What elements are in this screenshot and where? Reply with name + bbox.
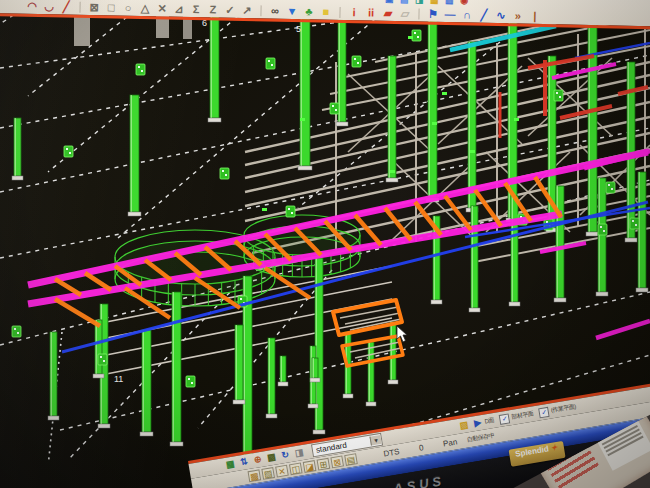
column-base-plate [388, 380, 398, 384]
work-plane-checkbox[interactable]: ✓ [538, 406, 550, 418]
beam-line [85, 273, 111, 290]
red-pencil-icon[interactable]: ╱ [57, 0, 74, 13]
column-base-plate [336, 122, 348, 126]
green-connection-stub [220, 168, 229, 179]
column-base-plate [298, 166, 312, 170]
beam-line [596, 321, 650, 338]
snap-setting-icon-8[interactable]: ▤ [344, 453, 358, 466]
column-base-plate [48, 416, 59, 420]
clover-icon[interactable]: ♣ [300, 5, 317, 18]
snap-triangle-icon[interactable]: △ [136, 2, 153, 15]
binoculars-icon[interactable]: ∞ [266, 4, 283, 17]
column-base-plate [266, 414, 277, 418]
snap-arrow-icon[interactable]: ↗ [238, 4, 255, 17]
grid-tool-icon[interactable]: ▦ [427, 0, 442, 7]
snap-setting-icon-7[interactable]: ⊠ [330, 455, 344, 468]
list-tool-icon[interactable]: ▥ [442, 0, 457, 7]
beam-line [528, 56, 594, 68]
toolbar-separator [79, 2, 80, 13]
stub-dot [103, 360, 105, 362]
column-base-plate [509, 302, 520, 306]
snap-setting-icon-3[interactable]: ✕ [275, 465, 289, 478]
status-autosave: 自動保存中 [466, 431, 495, 444]
red-cup-icon[interactable]: ◡ [40, 0, 57, 13]
snap-box-icon[interactable]: ⊠ [85, 1, 102, 14]
stub-dot [556, 92, 558, 94]
snap-midpoint-icon[interactable]: Z [204, 3, 221, 16]
viewport-3d-model-canvas[interactable]: 376511 [0, 0, 650, 460]
column-base-plate [586, 232, 599, 236]
weld-icon[interactable]: ▰ [379, 7, 396, 20]
model-annotation-mark [390, 170, 395, 173]
column-base-plate [636, 288, 648, 292]
column-base-plate [313, 430, 325, 434]
snap-setting-icon-1[interactable]: ▩ [248, 469, 262, 482]
green-connection-stub [412, 30, 421, 41]
record-tool-icon[interactable]: ◉ [457, 0, 472, 8]
chevron-down-icon[interactable]: ▾ [369, 435, 381, 446]
half-view-icon[interactable]: ◨ [291, 445, 307, 460]
ghost-square-icon[interactable]: ▱ [396, 7, 413, 20]
column-base-plate [128, 212, 141, 216]
diagonal-beam-icon[interactable]: ╱ [475, 9, 492, 22]
red-arc-icon[interactable]: ◠ [23, 0, 40, 13]
green-connection-stub [606, 182, 615, 193]
column-tool-icon[interactable]: | [526, 10, 543, 23]
part-plane-checkbox[interactable]: ✓ [499, 413, 511, 425]
green-connection-stub [286, 206, 295, 217]
asus-logo: ASUS [392, 473, 446, 488]
view-tool-icon[interactable]: ◨ [412, 0, 427, 7]
polybeam-icon[interactable]: ⚑ [424, 8, 441, 21]
window-tool-icon-1[interactable]: ▣ [382, 0, 397, 6]
column-base-plate [596, 292, 608, 296]
snap-circle-icon[interactable]: ○ [119, 2, 136, 15]
yellow-square-icon[interactable]: ■ [317, 5, 334, 18]
grid-label: 5 [296, 24, 301, 34]
snap-square-icon[interactable]: □ [102, 1, 119, 14]
column-base-plate [308, 404, 318, 408]
curved-beam-icon[interactable]: ∩ [458, 8, 475, 21]
plane-label: D面 [484, 416, 495, 426]
column-base-plate [278, 382, 288, 386]
stub-dot [100, 356, 102, 358]
stub-dot [291, 212, 293, 214]
snap-setting-icon-6[interactable]: ⊞ [317, 458, 331, 471]
snap-setting-icon-2[interactable]: ▨ [261, 467, 275, 480]
window-tool-icon-2[interactable]: ▤ [397, 0, 412, 6]
status-pan: Pan [442, 437, 458, 448]
orthogonal-beam-icon[interactable]: » [509, 9, 526, 22]
bolt-pin-icon-2[interactable]: ii [362, 6, 379, 19]
snap-setting-icon-4[interactable]: ◫ [289, 462, 303, 475]
snap-sigma-icon[interactable]: Σ [187, 3, 204, 16]
snap-cross-icon[interactable]: ✕ [153, 2, 170, 15]
stub-dot [600, 226, 602, 228]
work-plane-checkbox-label: (作業平面) [550, 402, 576, 415]
stub-dot [191, 382, 193, 384]
stub-dot [417, 36, 419, 38]
filter-funnel-icon[interactable]: ▼ [283, 5, 300, 18]
snap-setting-icon-5[interactable]: ◪ [303, 460, 317, 473]
snap-perpendicular-icon[interactable]: ⊿ [170, 3, 187, 16]
green-connection-stub [598, 224, 607, 235]
column-base-plate [431, 300, 442, 304]
column-base-plate [625, 238, 637, 242]
beam-line [55, 279, 81, 295]
stub-dot [69, 152, 71, 154]
stub-dot [357, 62, 359, 64]
stub-dot [66, 148, 68, 150]
green-connection-stub [136, 64, 145, 75]
green-connection-stub [12, 326, 21, 337]
bolt-pin-icon-1[interactable]: i [345, 6, 362, 19]
column-base-plate [208, 118, 221, 122]
column-base-plate [343, 394, 353, 398]
snap-check-icon[interactable]: ✓ [221, 4, 238, 17]
stub-dot [14, 328, 16, 330]
stub-dot [603, 230, 605, 232]
photo-of-monitor: 376511 ▣▤◨▦▥◉ ◠◡╱⊠□○△✕⊿ΣZ✓↗∞▼♣■iii▰▱⚑―∩╱… [0, 0, 650, 488]
beam-icon[interactable]: ― [441, 8, 458, 21]
stub-dot [635, 224, 637, 226]
green-connection-stub [554, 90, 563, 101]
column-base-plate [386, 178, 398, 182]
stub-dot [17, 332, 19, 334]
spiral-beam-icon[interactable]: ∿ [492, 9, 509, 22]
